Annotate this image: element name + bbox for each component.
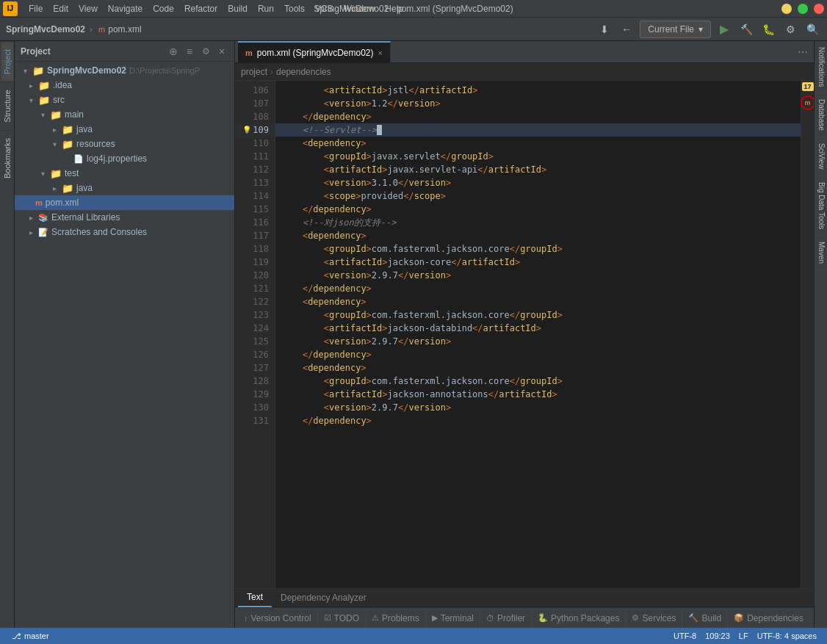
code-line-123: <groupId>com.fasterxml.jackson.core</gro…	[275, 308, 801, 322]
right-tab-sciview[interactable]: SciView	[815, 137, 827, 176]
tab-text[interactable]: Text	[238, 588, 272, 607]
right-tab-bigdata[interactable]: Big Data Tools	[815, 176, 827, 236]
toolbar: SpringMvcDemo02 › m pom.xml ⬇ ← Current …	[0, 18, 827, 41]
maximize-button[interactable]	[798, 4, 808, 14]
tree-item-resources[interactable]: ▾ 📁 resources	[15, 137, 234, 151]
status-linesep[interactable]: LF	[734, 632, 753, 640]
line-num-107: 107	[235, 97, 275, 110]
profiler-icon: ⏱	[486, 614, 494, 623]
tree-item-log4j[interactable]: 📄 log4j.properties	[15, 151, 234, 166]
editor-tab-pom[interactable]: m pom.xml (SpringMvcDemo02) ×	[238, 41, 391, 63]
menu-item-file[interactable]: File	[24, 2, 48, 15]
tree-item-pom[interactable]: m pom.xml	[15, 195, 234, 210]
back-button[interactable]: ←	[618, 21, 635, 38]
minimize-button[interactable]	[781, 4, 792, 14]
build-button[interactable]: 🔨	[737, 21, 755, 38]
error-indicator-circle[interactable]: m	[801, 95, 815, 110]
menu-item-run[interactable]: Run	[253, 2, 279, 15]
sidebar-add-button[interactable]: ⊕	[167, 45, 180, 58]
tree-item-idea[interactable]: ▸ 📁 .idea	[15, 78, 234, 93]
code-line-112: <artifactId>javax.servlet-api</artifactI…	[275, 163, 801, 176]
warning-badge[interactable]: 17	[802, 82, 814, 91]
tab-profiler[interactable]: ⏱ Profiler	[480, 608, 532, 629]
tab-version-control[interactable]: ↑ Version Control	[238, 608, 318, 629]
sidebar-collapse-button[interactable]: ≡	[183, 45, 196, 58]
menu-item-code[interactable]: Code	[148, 2, 179, 15]
tree-label-scratches: Scratches and Consoles	[51, 227, 147, 237]
bc-item-dependencies[interactable]: dependencies	[276, 67, 331, 77]
code-line-127: <dependency>	[275, 361, 801, 375]
git-branch-status[interactable]: ⎇ master	[6, 632, 55, 641]
line-num-110: 110	[235, 137, 275, 150]
tab-dependency-analyzer[interactable]: Dependency Analyzer	[272, 588, 375, 607]
menu-item-edit[interactable]: Edit	[48, 2, 73, 15]
current-file-dropdown[interactable]: Current File ▾	[640, 21, 711, 38]
tree-item-test[interactable]: ▾ 📁 test	[15, 166, 234, 181]
tab-todo[interactable]: ☑ TODO	[318, 608, 366, 629]
code-line-114: <scope>provided</scope>	[275, 189, 801, 203]
debug-button[interactable]: 🐛	[759, 21, 777, 38]
status-encoding[interactable]: UTF-8	[669, 632, 701, 640]
tab-close-icon[interactable]: ×	[378, 48, 383, 57]
close-button[interactable]	[814, 4, 824, 14]
sidebar-close-icon[interactable]: ×	[215, 45, 228, 58]
line-num-129: 129	[235, 388, 275, 401]
tree-item-root[interactable]: ▾ 📁 SpringMvcDemo02 D:\Projects\SpringP	[15, 63, 234, 78]
tree-item-external-libs[interactable]: ▸ 📚 External Libraries	[15, 210, 234, 225]
tree-item-src[interactable]: ▾ 📁 src	[15, 93, 234, 107]
code-line-113: <version>3.1.0</version>	[275, 176, 801, 189]
git-icon: ⎇	[12, 632, 21, 641]
tree-item-java[interactable]: ▸ 📁 java	[15, 122, 234, 137]
left-panel-tabs: Project Structure Bookmarks	[0, 41, 15, 628]
right-tab-database[interactable]: Database	[815, 93, 827, 137]
vcs-update-button[interactable]: ⬇	[596, 21, 613, 38]
tab-python-packages[interactable]: 🐍 Python Packages	[532, 608, 626, 629]
idea-folder-icon: 📁	[38, 80, 50, 91]
right-tab-maven[interactable]: Maven	[815, 236, 827, 270]
left-tab-structure[interactable]: Structure	[1, 82, 13, 130]
dependencies-label: Dependencies	[747, 613, 803, 623]
bottom-panel-tabs: ↑ Version Control ☑ TODO ⚠ Problems ▶ Te…	[235, 607, 814, 628]
search-button[interactable]: 🔍	[803, 21, 821, 38]
right-tab-notifications[interactable]: Notifications	[815, 41, 827, 93]
code-line-126: </dependency>	[275, 348, 801, 361]
bc-sep-1: ›	[270, 67, 273, 77]
tab-dependencies[interactable]: 📦 Dependencies	[728, 608, 809, 629]
status-indent[interactable]: UTF-8: 4 spaces	[753, 632, 821, 640]
tab-problems[interactable]: ⚠ Problems	[366, 608, 426, 629]
sidebar-title: Project	[21, 46, 51, 57]
tree-item-main[interactable]: ▾ 📁 main	[15, 107, 234, 122]
line-num-114: 114	[235, 189, 275, 203]
status-position[interactable]: 109:23	[701, 632, 734, 640]
python-packages-icon: 🐍	[538, 613, 548, 623]
tab-menu-button[interactable]: ⋯	[792, 46, 814, 58]
left-tab-project[interactable]: Project	[1, 41, 13, 82]
sidebar-settings-icon[interactable]: ⚙	[199, 45, 212, 58]
menu-item-view[interactable]: View	[73, 2, 103, 15]
project-title-label: SpringMvcDemo02	[6, 24, 85, 35]
menu-item-navigate[interactable]: Navigate	[103, 2, 148, 15]
tree-label-root: SpringMvcDemo02	[47, 65, 126, 76]
menu-item-build[interactable]: Build	[223, 2, 253, 15]
settings-button[interactable]: ⚙	[781, 21, 799, 38]
menu-item-tools[interactable]: Tools	[279, 2, 310, 15]
tab-terminal[interactable]: ▶ Terminal	[426, 608, 480, 629]
tree-item-test-java[interactable]: ▸ 📁 java	[15, 181, 234, 195]
tab-build[interactable]: 🔨 Build	[682, 608, 728, 629]
resources-expand-icon: ▾	[53, 140, 62, 148]
editor-wrapper: m pom.xml (SpringMvcDemo02) × ⋯ project …	[235, 41, 814, 628]
tree-label-idea: .idea	[53, 80, 72, 90]
left-tab-bookmarks[interactable]: Bookmarks	[1, 130, 13, 186]
run-button[interactable]: ▶	[715, 21, 733, 38]
tab-services[interactable]: ⚙ Services	[626, 608, 682, 629]
menu-item-refactor[interactable]: Refactor	[179, 2, 223, 15]
collapse-arrow-icon: ▸	[29, 82, 38, 90]
breadcrumb-path: project › dependencies	[235, 63, 814, 81]
profiler-label: Profiler	[497, 613, 525, 623]
line-num-125: 125	[235, 335, 275, 348]
project-folder-icon: 📁	[32, 65, 44, 76]
services-label: Services	[642, 613, 676, 623]
bc-item-project[interactable]: project	[241, 67, 267, 77]
code-editor[interactable]: <artifactId>jstl</artifactId> <version>1…	[275, 81, 801, 588]
tree-item-scratches[interactable]: ▸ 📝 Scratches and Consoles	[15, 225, 234, 239]
